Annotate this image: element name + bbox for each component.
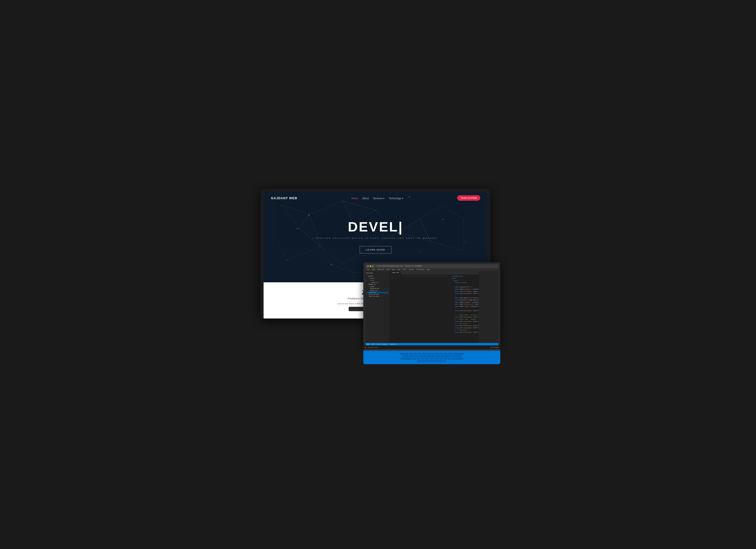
key[interactable]	[428, 355, 432, 357]
cta-button[interactable]: TAKE ACTION	[457, 195, 480, 201]
keyboard-row-4	[367, 360, 497, 362]
svg-line-6	[332, 264, 354, 273]
key[interactable]	[434, 358, 438, 359]
key[interactable]	[444, 353, 448, 354]
keyboard-rows	[365, 352, 499, 363]
tab-index-html[interactable]: index.html	[390, 271, 401, 275]
close-btn[interactable]	[367, 265, 369, 267]
keyboard-row-1	[367, 353, 497, 354]
taskbar-time: 5:04 PM 9/16/2020	[490, 347, 499, 348]
menu-help[interactable]: Help	[427, 269, 430, 270]
keyboard-row-3	[367, 358, 497, 359]
key[interactable]	[425, 358, 429, 359]
code-editor: C:\Users\Zeel\Development\index.html - S…	[365, 264, 498, 345]
key-caps[interactable]	[400, 358, 412, 359]
key[interactable]	[404, 353, 408, 354]
file-tree-root[interactable]: ▾ gajdant	[366, 275, 389, 277]
site-logo: GAJDANT WEB	[271, 196, 297, 200]
key[interactable]	[412, 358, 416, 359]
menu-find[interactable]: Find	[387, 269, 389, 270]
key[interactable]	[417, 353, 421, 354]
file-login[interactable]: login.css	[366, 282, 389, 284]
site-navigation: GAJDANT WEB Home About Services ▾ Techno…	[264, 192, 488, 204]
key[interactable]	[430, 358, 434, 359]
key-backspace[interactable]	[453, 353, 464, 354]
key-tab[interactable]	[402, 355, 410, 357]
key[interactable]	[422, 353, 426, 354]
nav-services[interactable]: Services ▾	[373, 196, 384, 200]
menu-file[interactable]: File	[367, 269, 370, 270]
keyboard-row-2	[367, 355, 497, 357]
file-blogrw[interactable]: Blogrw.css	[366, 290, 389, 292]
hero-subtitle: I PROVIDE SOLUTION WHICH IS FAST, SECURE…	[312, 237, 439, 239]
line-numbers: 1 2 3 4 5 6 7 8 9 10 11 12 13 14 15 16 1…	[390, 275, 450, 343]
key-enter[interactable]	[454, 355, 461, 357]
key[interactable]	[400, 353, 404, 354]
learn-more-button[interactable]: LEARN MORE	[360, 246, 391, 253]
editor-main: index.html 1 2 3 4 5 6 7 8 9 10 11 12 13…	[390, 271, 479, 343]
file-css[interactable]: ▾ css	[366, 279, 389, 282]
editor-menubar: File Edit Selection Find View Goto Tools…	[365, 268, 498, 271]
menu-selection[interactable]: Selection	[378, 269, 384, 270]
maximize-btn[interactable]	[372, 265, 374, 267]
key[interactable]	[421, 358, 425, 359]
menu-edit[interactable]: Edit	[372, 269, 375, 270]
nav-home[interactable]: Home	[351, 196, 358, 200]
file-download[interactable]: download.png	[366, 288, 389, 290]
nav-links: Home About Services ▾ Technology ▾	[351, 196, 403, 200]
menu-goto[interactable]: Goto	[397, 269, 400, 270]
key[interactable]	[417, 358, 421, 359]
titlebar-text: C:\Users\Zeel\Development\index.html - S…	[377, 265, 422, 267]
code-content: <!DOCTYPE html> <html> <head> <title></t…	[450, 275, 479, 343]
key[interactable]	[450, 355, 454, 357]
key[interactable]	[414, 355, 418, 357]
minimize-btn[interactable]	[370, 265, 371, 267]
key[interactable]	[409, 353, 412, 354]
key[interactable]	[445, 355, 449, 357]
nav-about[interactable]: About	[362, 196, 369, 200]
key[interactable]	[439, 358, 443, 359]
key[interactable]	[426, 353, 430, 354]
laptop-screen: C:\Users\Zeel\Development\index.html - S…	[365, 264, 498, 345]
menu-preferences[interactable]: Preferences	[416, 269, 424, 270]
editor-statusbar: HTML UTF-8 Line 27, Column 1 Tab Size: 2	[365, 343, 498, 345]
key[interactable]	[423, 355, 427, 357]
windows-icon: ⊞	[365, 347, 366, 348]
scene: GAJDANT WEB Home About Services ▾ Techno…	[261, 189, 495, 360]
file-readme[interactable]: README.txt	[366, 284, 389, 285]
key-space[interactable]	[417, 360, 446, 362]
file-portfolio[interactable]: Portfolio.html	[366, 294, 389, 296]
sidebar-folders-label: FOLDERS	[366, 273, 389, 274]
editor-titlebar: C:\Users\Zeel\Development\index.html - S…	[365, 264, 498, 268]
key[interactable]	[431, 353, 434, 354]
hero-title: DEVEL|	[348, 219, 403, 235]
key[interactable]	[439, 353, 443, 354]
file-images[interactable]: ▾ images	[366, 285, 389, 288]
nav-technology[interactable]: Technology ▾	[389, 196, 403, 200]
hero-content: DEVEL| I PROVIDE SOLUTION WHICH IS FAST,…	[264, 204, 488, 253]
editor-sidebar: FOLDERS ▾ gajdant ▾ assets ▾ css login.c…	[365, 271, 390, 343]
key[interactable]	[443, 358, 447, 359]
code-area: 1 2 3 4 5 6 7 8 9 10 11 12 13 14 15 16 1…	[390, 275, 479, 343]
file-assets[interactable]: ▾ assets	[366, 277, 389, 279]
editor-right-panel	[479, 271, 498, 343]
menu-view[interactable]: View	[392, 269, 395, 270]
laptop: C:\Users\Zeel\Development\index.html - S…	[363, 262, 500, 360]
search-bar[interactable]: 🔍 Type here to search	[368, 347, 378, 348]
menu-tools[interactable]: Tools	[403, 269, 406, 270]
file-index-selected[interactable]: index.html	[366, 292, 389, 294]
editor-tabs: index.html	[390, 271, 479, 275]
key[interactable]	[413, 353, 417, 354]
key[interactable]	[435, 353, 439, 354]
file-thankyou[interactable]: Thank You.html	[366, 296, 389, 297]
key[interactable]	[448, 353, 452, 354]
key-enter-2[interactable]	[452, 358, 463, 359]
key[interactable]	[447, 358, 451, 359]
menu-project[interactable]: Project	[409, 269, 414, 270]
key[interactable]	[436, 355, 440, 357]
key[interactable]	[441, 355, 445, 357]
editor-body: FOLDERS ▾ gajdant ▾ assets ▾ css login.c…	[365, 271, 498, 343]
key[interactable]	[410, 355, 414, 357]
key[interactable]	[419, 355, 423, 357]
key[interactable]	[432, 355, 436, 357]
